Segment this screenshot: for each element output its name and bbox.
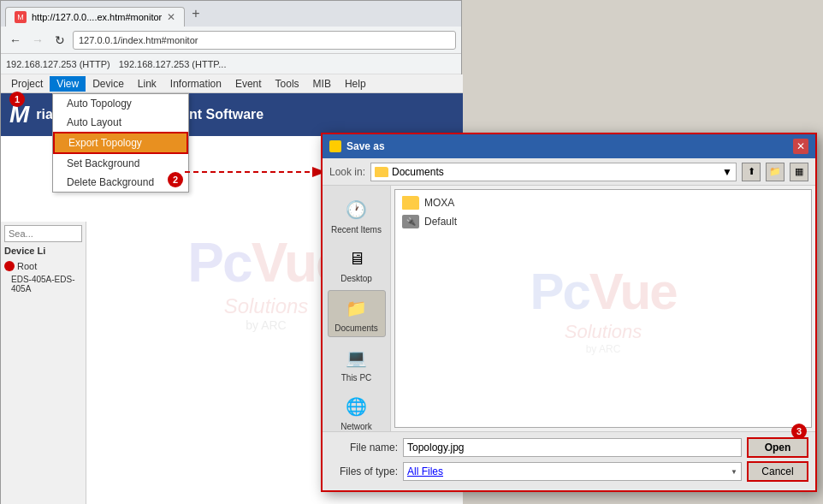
menu-link[interactable]: Link xyxy=(131,76,163,92)
toolbar-folder-btn[interactable]: 📁 xyxy=(766,163,785,181)
menu-view[interactable]: View xyxy=(50,76,86,92)
filename-row: File name: Open xyxy=(329,437,808,458)
dialog-title-icon xyxy=(329,140,341,152)
menu-mib[interactable]: MIB xyxy=(306,76,338,92)
network-label: Network xyxy=(340,422,372,431)
sidebar-desktop[interactable]: 🖥 Desktop xyxy=(328,241,386,287)
dialog-bottom: File name: Open Files of type: All Files… xyxy=(323,431,815,490)
documents-label: Documents xyxy=(335,323,378,333)
moxa-folder-icon xyxy=(402,196,419,210)
filetype-value: All Files xyxy=(407,465,443,477)
back-btn[interactable]: ← xyxy=(6,31,25,50)
browser-tab[interactable]: M http://127.0.0....ex.htm#monitor ✕ xyxy=(5,7,185,27)
root-icon xyxy=(4,261,15,271)
desktop-label: Desktop xyxy=(340,274,372,283)
tab-close-btn[interactable]: ✕ xyxy=(167,11,175,23)
new-tab-btn[interactable]: + xyxy=(185,3,206,25)
this-pc-label: This PC xyxy=(341,373,372,382)
file-area-container: PcVue Solutions by ARC MOXA 🔌 Default xyxy=(391,186,815,431)
documents-icon: 📁 xyxy=(343,294,370,322)
default-folder-name: Default xyxy=(424,216,457,228)
dialog-title-text: Save as xyxy=(346,140,385,152)
dialog-sidebar: 🕐 Recent Items 🖥 Desktop 📁 Documents 💻 T… xyxy=(323,186,391,431)
recent-items-icon: 🕐 xyxy=(343,196,370,223)
step3-badge-area: 3 xyxy=(791,424,808,439)
dialog-toolbar: Look in: Documents ▼ ⬆ 📁 ▦ xyxy=(323,158,815,186)
sidebar-network[interactable]: 🌐 Network xyxy=(328,389,386,431)
step1-area: 1 xyxy=(9,92,27,107)
dialog-title-bar: Save as ✕ xyxy=(323,134,815,158)
menu-device[interactable]: Device xyxy=(86,76,131,92)
dialog-body: 🕐 Recent Items 🖥 Desktop 📁 Documents 💻 T… xyxy=(323,186,815,431)
toolbar-view-btn[interactable]: ▦ xyxy=(790,163,808,181)
filetype-arrow-icon: ▼ xyxy=(731,468,737,476)
bookmark-2[interactable]: 192.168.127.253 (HTTP... xyxy=(119,59,227,69)
step3-badge: 3 xyxy=(791,424,807,439)
filename-input[interactable] xyxy=(403,438,742,457)
save-as-dialog: Save as ✕ Look in: Documents ▼ ⬆ 📁 ▦ 🕐 R… xyxy=(321,133,817,492)
bookmark-1[interactable]: 192.168.127.253 (HTTP) xyxy=(6,59,110,69)
filename-label: File name: xyxy=(329,442,398,454)
forward-btn: → xyxy=(28,31,47,50)
toolbar-up-btn[interactable]: ⬆ xyxy=(742,163,761,181)
sidebar-documents[interactable]: 📁 Documents xyxy=(328,290,386,337)
lookin-label: Look in: xyxy=(329,166,365,178)
this-pc-icon: 💻 xyxy=(343,344,370,371)
watermark-pc: Pc xyxy=(187,232,251,294)
filetype-label: Files of type: xyxy=(329,465,398,477)
lookin-combo[interactable]: Documents ▼ xyxy=(370,163,737,181)
browser-toolbar: ← → ↻ xyxy=(1,27,461,54)
tab-label: http://127.0.0....ex.htm#monitor xyxy=(32,12,162,22)
device-label: EDS-405A-EDS-405A xyxy=(11,275,82,294)
network-icon: 🌐 xyxy=(343,393,370,420)
desktop-icon: 🖥 xyxy=(343,245,370,272)
address-bar[interactable] xyxy=(73,31,456,50)
step2-badge-area: 2 xyxy=(168,172,185,187)
file-item-default[interactable]: 🔌 Default xyxy=(399,212,808,231)
menu-bar: Project View Device Link Information Eve… xyxy=(1,74,463,93)
device-list-header: Device Li xyxy=(4,246,82,256)
menu-information[interactable]: Information xyxy=(163,76,228,92)
menu-event[interactable]: Event xyxy=(228,76,269,92)
menu-tools[interactable]: Tools xyxy=(269,76,306,92)
lookin-text: Documents xyxy=(375,166,444,178)
menu-help[interactable]: Help xyxy=(338,76,373,92)
dropdown-set-background[interactable]: Set Background xyxy=(53,154,188,173)
filetype-row: Files of type: All Files ▼ Cancel xyxy=(329,461,808,482)
dropdown-auto-layout[interactable]: Auto Layout xyxy=(53,113,188,132)
combo-arrow-icon: ▼ xyxy=(722,166,732,178)
dropdown-auto-topology[interactable]: Auto Topology xyxy=(53,94,188,113)
menu-project[interactable]: Project xyxy=(4,76,50,92)
filetype-combo[interactable]: All Files ▼ xyxy=(403,462,742,481)
step2-badge: 2 xyxy=(168,172,183,187)
step1-badge: 1 xyxy=(9,92,25,107)
recent-items-label: Recent Items xyxy=(331,225,382,234)
file-item-moxa[interactable]: MOXA xyxy=(399,193,808,212)
sidebar-recent-items[interactable]: 🕐 Recent Items xyxy=(328,193,386,238)
search-input[interactable] xyxy=(4,225,82,242)
tab-favicon: M xyxy=(15,11,27,23)
lookin-value: Documents xyxy=(392,166,444,178)
default-item-icon: 🔌 xyxy=(402,215,419,228)
file-area: MOXA 🔌 Default xyxy=(394,189,812,428)
dialog-close-btn[interactable]: ✕ xyxy=(793,139,808,154)
cancel-btn[interactable]: Cancel xyxy=(747,461,808,482)
root-label: Root xyxy=(17,261,37,271)
left-panel: Device Li Root EDS-405A-EDS-405A xyxy=(1,222,86,504)
device-item[interactable]: EDS-405A-EDS-405A xyxy=(4,273,82,295)
sidebar-this-pc[interactable]: 💻 This PC xyxy=(328,341,386,386)
moxa-folder-name: MOXA xyxy=(424,197,454,209)
folder-icon xyxy=(375,167,388,177)
root-item[interactable]: Root xyxy=(4,259,82,273)
reload-btn[interactable]: ↻ xyxy=(50,31,69,50)
dialog-title: Save as xyxy=(329,140,385,152)
bookmarks-bar: 192.168.127.253 (HTTP) 192.168.127.253 (… xyxy=(1,54,461,74)
tab-bar: M http://127.0.0....ex.htm#monitor ✕ + xyxy=(1,1,461,27)
dropdown-export-topology[interactable]: Export Topology xyxy=(53,132,188,154)
open-btn[interactable]: Open xyxy=(747,437,808,458)
